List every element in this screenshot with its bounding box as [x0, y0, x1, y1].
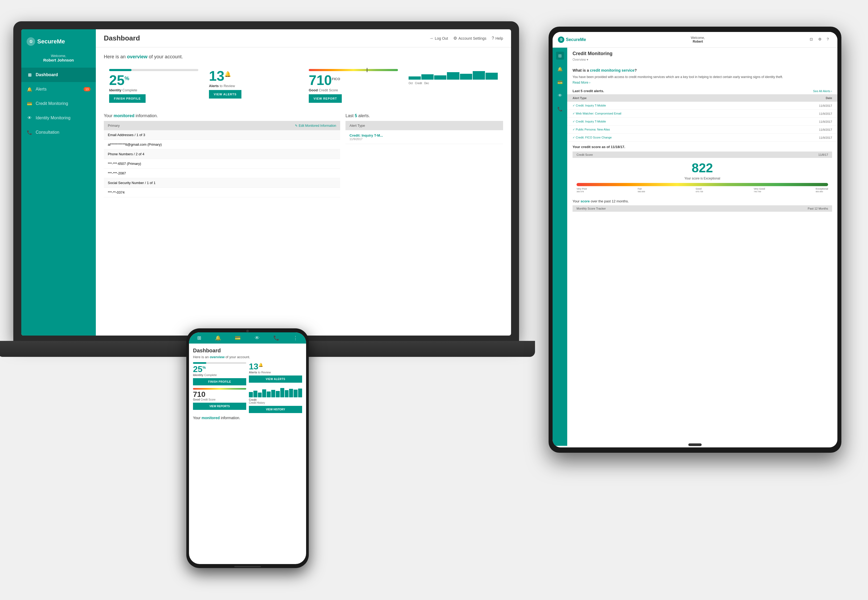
phone-finish-profile-btn[interactable]: FINISH PROFILE: [193, 378, 246, 385]
sidebar-label-alerts: Alerts: [36, 87, 47, 92]
phone-identity-sup: %: [203, 365, 206, 370]
alerts-stat-card: 13🔔 Alerts to Review VIEW ALERTS: [204, 65, 304, 107]
tablet-nav-phone[interactable]: 📞: [556, 105, 564, 113]
alerts-badge: 13: [83, 87, 91, 91]
help-action[interactable]: ? Help: [491, 36, 503, 41]
phone-score-row: 710 Good Credit Score VIEW REPORTS: [193, 388, 302, 413]
phone-bar-8: [280, 388, 284, 397]
sidebar-item-consultation[interactable]: 📞 Consultation: [21, 125, 96, 139]
credit-score-label: Good Credit Score: [309, 88, 398, 92]
tablet-welcome: Welcome, Robert: [691, 36, 705, 43]
sidebar-item-identity-monitoring[interactable]: 👁 Identity Monitoring: [21, 111, 96, 125]
phone-numbers-label: Phone Numbers / 2 of 4: [108, 152, 144, 156]
edit-icon: ✎: [295, 124, 298, 127]
tablet-read-more[interactable]: Read More ›: [567, 79, 838, 86]
sidebar-item-credit-monitoring[interactable]: 💳 Credit Monitoring: [21, 96, 96, 111]
ssn-label: Social Security Number / 1 of 1: [108, 181, 156, 185]
phone-page-title: Dashboard: [193, 347, 302, 354]
logout-label: Log Out: [435, 36, 448, 41]
alerts-number: 13🔔: [209, 69, 298, 83]
overview-subtitle: Here is an overview of your account.: [104, 54, 503, 60]
alert-type-5: ✓ Credit: FICO Score Change: [573, 136, 808, 139]
tablet-alert-row-5: ✓ Credit: FICO Score Change 11/9/2017: [567, 134, 838, 142]
alert-date-3: 11/9/2017: [808, 120, 832, 123]
tablet-see-all[interactable]: See All Alerts ›: [813, 89, 832, 93]
sidebar-item-dashboard[interactable]: ⊞ Dashboard: [21, 68, 96, 82]
bar4: [447, 72, 459, 80]
tablet-col-date: Date: [808, 96, 832, 100]
phone-view-reports-btn[interactable]: VIEW REPORTS: [193, 403, 246, 410]
alert-date-1: 11/9/2017: [349, 138, 499, 141]
logout-action[interactable]: → Log Out: [429, 36, 448, 41]
sidebar-label-identity: Identity Monitoring: [36, 115, 71, 120]
overview-highlight: overview: [127, 54, 147, 59]
phone-numbers-label-row: Phone Numbers / 2 of 4: [104, 149, 340, 159]
alerts-bell: 🔔: [224, 71, 231, 77]
identity-number: 25%: [109, 73, 198, 87]
alert-type-2: ✓ Web Watcher: Compromised Email: [573, 112, 808, 115]
identity-progress-bar: [109, 69, 198, 71]
tablet-nav-credit[interactable]: 💳: [556, 78, 564, 86]
tablet-home-button[interactable]: [688, 443, 702, 446]
alert-date-2: 11/9/2017: [808, 112, 832, 115]
alerts-label: Alerts to Review: [209, 84, 298, 88]
phone-bar-12: [298, 389, 302, 397]
alerts-section-title: Last 5 alerts.: [345, 114, 503, 118]
tablet-nav-alerts[interactable]: 🔔: [556, 65, 564, 73]
alert-row-1: Credit: Inquiry T-M... 11/9/2017: [345, 130, 503, 144]
top-bar-actions: → Log Out ⚙ Account Settings ? Help: [429, 36, 503, 41]
ssn-label-row: Social Security Number / 1 of 1: [104, 178, 340, 188]
phone-nav-identity[interactable]: 👁: [255, 335, 260, 341]
bar1: [408, 76, 421, 80]
phone-primary-value: ***-***-6507 (Primary): [108, 162, 141, 166]
phone-view-history-btn[interactable]: VIEW HISTORY: [249, 406, 302, 413]
phone-view-alerts-btn[interactable]: VIEW ALERTS: [249, 376, 302, 383]
view-report-btn[interactable]: VIEW REPORT: [309, 94, 342, 103]
phone-history-sublabel: Credit History: [249, 402, 302, 404]
credit-score-label-strong: Good: [309, 88, 318, 92]
tablet-nav-identity[interactable]: 👁: [556, 92, 564, 100]
phone-device: ⊞ 🔔 💳 👁 📞 ⋮ Dashboard Here is an overvie…: [186, 328, 309, 568]
email-addresses-label: Email Addresses / 1 of 3: [108, 133, 145, 137]
finish-profile-btn[interactable]: FINISH PROFILE: [109, 94, 145, 103]
phone-nav-dashboard[interactable]: ⊞: [197, 335, 201, 341]
sidebar-label-dashboard: Dashboard: [36, 73, 58, 77]
tablet-alert-row-3: ✓ Credit: Inquiry T-Mobile 11/9/2017: [567, 118, 838, 126]
logo-text: SecureMe: [37, 38, 65, 45]
view-alerts-btn[interactable]: VIEW ALERTS: [209, 90, 241, 98]
page-title: Dashboard: [104, 34, 140, 42]
edit-monitored-link[interactable]: ✎ Edit Monitored Information: [295, 124, 336, 127]
bar2: [421, 74, 434, 80]
identity-progress-fill: [109, 69, 132, 71]
alerts-count-highlight: 5: [355, 114, 357, 118]
help-label: Help: [495, 36, 503, 41]
phone-identity-strong: Identity: [193, 373, 203, 377]
tablet-logo: ① SecureMe: [558, 36, 586, 43]
tablet-section-title: What is a credit monitoring service?: [567, 64, 838, 74]
scene: ① SecureMe Welcome, Robert Johnson ⊞ Das…: [0, 0, 868, 600]
tablet-content-area: ⊞ 🔔 💳 👁 📞 Credit Monitoring Overview ▾ W…: [553, 48, 838, 446]
phone-nav-more[interactable]: ⋮: [293, 335, 298, 341]
tablet-score-label: Your score is Exceptional: [573, 177, 832, 180]
credit-history-stat-card: Oct Credit Dec: [403, 65, 503, 107]
tablet-history-header: Monthly Score Tracker Past 12 Months: [573, 205, 832, 212]
tablet-history-header-right: Past 12 Months: [808, 207, 828, 210]
tablet-sidebar: ⊞ 🔔 💳 👁 📞: [553, 48, 567, 446]
tablet-col-alert-type: Alert Type: [573, 96, 808, 100]
tablet-device: ① SecureMe Welcome, Robert ⊡ ⚙ ?: [549, 27, 841, 453]
edit-link-text: Edit Monitored Information: [299, 124, 336, 127]
logo-icon: ①: [27, 37, 35, 46]
phone-home-indicator[interactable]: [234, 566, 261, 567]
tablet-score-date-header: Credit Score 11/8/17: [573, 152, 832, 158]
phone-nav-phone[interactable]: 📞: [273, 335, 279, 341]
monitored-highlight: monitored: [113, 114, 135, 118]
phone-alerts-bell: 🔔: [259, 363, 263, 367]
tablet-nav-dashboard[interactable]: ⊞: [556, 52, 564, 60]
sidebar-item-alerts[interactable]: 🔔 Alerts 13: [21, 82, 96, 96]
account-settings-action[interactable]: ⚙ Account Settings: [453, 36, 486, 41]
phone-identity-stat: 25% Identity Complete FINISH PROFILE: [193, 362, 246, 385]
phone-secondary-row: ***-***-2087: [104, 168, 340, 178]
tablet-score-number: 822: [573, 158, 832, 177]
phone-nav-credit[interactable]: 💳: [235, 335, 240, 341]
phone-nav-alerts[interactable]: 🔔: [215, 335, 221, 341]
